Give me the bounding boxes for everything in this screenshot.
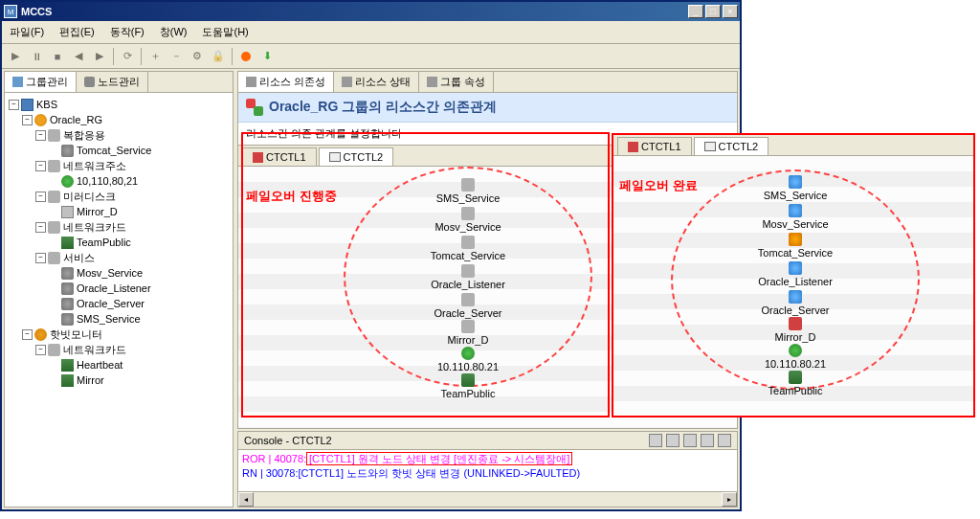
menu-edit[interactable]: 편집(E) — [56, 23, 99, 41]
card-icon — [61, 359, 74, 372]
prev-icon[interactable]: ◀ — [69, 47, 88, 66]
service-icon — [61, 267, 74, 280]
collapse-icon[interactable]: − — [35, 253, 46, 263]
refresh-icon[interactable]: ⟳ — [118, 47, 137, 66]
online-icon[interactable]: ⬇ — [257, 47, 277, 66]
console-body[interactable]: ROR | 40078:[CTCTL1] 원격 노드 상태 변경 [엔진종료 -… — [238, 450, 737, 491]
minimize-button[interactable]: _ — [688, 5, 703, 18]
overlay-canvas[interactable]: 페일오버 완료 SMS_Service Mosv_Service Tomcat_… — [613, 156, 973, 416]
res-ip[interactable]: 10.110.80.21 — [738, 344, 853, 370]
res-tomcat[interactable]: Tomcat_Service — [411, 236, 525, 261]
toolbar-separator — [232, 48, 233, 65]
tab-node-mgmt[interactable]: 노드관리 — [77, 72, 148, 92]
console-close-icon[interactable] — [718, 434, 731, 447]
collapse-icon[interactable]: − — [35, 345, 46, 355]
tab-dependency[interactable]: 리소스 의존성 — [238, 72, 334, 92]
scroll-track[interactable] — [254, 492, 722, 507]
res-tomcat[interactable]: Tomcat_Service — [738, 233, 853, 259]
service-icon — [461, 293, 475, 306]
tab-ctctl1[interactable]: CTCTL1 — [617, 137, 692, 155]
tree-teampublic[interactable]: TeamPublic — [9, 235, 229, 250]
menu-file[interactable]: 파일(F) — [6, 23, 48, 41]
close-button[interactable]: × — [723, 5, 738, 18]
play-icon[interactable]: ▶ — [6, 47, 25, 66]
next-icon[interactable]: ▶ — [90, 47, 109, 66]
tree-view[interactable]: −KBS −Oracle_RG −복합응용 Tomcat_Service −네트… — [5, 93, 233, 507]
res-sms[interactable]: SMS_Service — [411, 178, 525, 204]
folder-icon — [48, 221, 60, 234]
tree-netcard2[interactable]: −네트워크카드 — [9, 342, 229, 357]
tree-netaddr[interactable]: −네트워크주소 — [9, 158, 229, 173]
tree-netcard[interactable]: −네트워크카드 — [9, 219, 229, 235]
tree-heartbeat-mon[interactable]: −핫빗모니터 — [9, 327, 229, 342]
res-mirror-d[interactable]: Mirror_D — [738, 317, 853, 343]
scroll-left-icon[interactable]: ◂ — [238, 492, 254, 507]
lock-icon[interactable]: 🔒 — [209, 47, 228, 66]
res-teampublic[interactable]: TeamPublic — [738, 371, 853, 396]
tree-ip[interactable]: 10,110,80,21 — [9, 173, 229, 189]
collapse-icon[interactable]: − — [35, 222, 46, 233]
console-save-icon[interactable] — [683, 434, 697, 447]
res-sms[interactable]: SMS_Service — [738, 175, 853, 201]
tree-root[interactable]: −KBS — [9, 97, 229, 112]
console-copy-icon[interactable] — [666, 434, 679, 447]
app-icon: M — [4, 5, 17, 18]
console-pin-icon[interactable] — [701, 434, 714, 447]
collapse-icon[interactable]: − — [9, 100, 19, 110]
tree-mosv[interactable]: Mosv_Service — [9, 265, 229, 281]
console-clear-icon[interactable] — [649, 434, 662, 447]
left-panel: 그룹관리 노드관리 −KBS −Oracle_RG −복합응용 Tomcat_S… — [4, 71, 234, 508]
console-scrollbar[interactable]: ◂ ▸ — [238, 491, 737, 507]
menu-action[interactable]: 동작(F) — [106, 23, 148, 41]
tab-ctctl1[interactable]: CTCTL1 — [242, 147, 317, 166]
tree-tomcat[interactable]: Tomcat_Service — [9, 143, 229, 158]
resource-tabs: 리소스 의존성 리소스 상태 그룹 속성 — [238, 72, 737, 93]
res-mirror-d[interactable]: Mirror_D — [411, 320, 525, 346]
service-icon — [61, 282, 74, 295]
tree-oracleserver[interactable]: Oracle_Server — [9, 296, 229, 311]
collapse-icon[interactable]: − — [22, 329, 33, 340]
node-online-icon — [704, 142, 716, 151]
tree-mirror[interactable]: Mirror — [9, 372, 229, 388]
res-oracleserver[interactable]: Oracle_Server — [738, 290, 853, 316]
tree-sms[interactable]: SMS_Service — [9, 311, 229, 327]
remove-icon[interactable]: － — [167, 47, 186, 66]
res-oracleserver[interactable]: Oracle_Server — [411, 293, 525, 319]
tree-mirror-d[interactable]: Mirror_D — [9, 204, 229, 219]
stop-icon[interactable]: ■ — [48, 47, 67, 66]
tab-group-mgmt[interactable]: 그룹관리 — [5, 72, 77, 92]
tree-composite[interactable]: −복합응용 — [9, 127, 229, 143]
tree-listener[interactable]: Oracle_Listener — [9, 281, 229, 296]
config-icon[interactable]: ⚙ — [188, 47, 207, 66]
pause-icon[interactable]: ⏸ — [27, 47, 46, 66]
menu-window[interactable]: 창(W) — [156, 23, 191, 41]
res-mosv[interactable]: Mosv_Service — [738, 204, 853, 230]
collapse-icon[interactable]: − — [22, 115, 33, 125]
tree-mirrordisk[interactable]: −미러디스크 — [9, 189, 229, 204]
collapse-icon[interactable]: − — [35, 192, 46, 202]
collapse-icon[interactable]: − — [35, 161, 46, 171]
tab-ctctl2[interactable]: CTCTL2 — [694, 137, 769, 155]
maximize-button[interactable]: □ — [705, 5, 721, 18]
tab-state[interactable]: 리소스 상태 — [334, 72, 419, 92]
tree-heartbeat[interactable]: Heartbeat — [9, 357, 229, 372]
add-icon[interactable]: ＋ — [145, 47, 165, 66]
node-offline-icon — [628, 142, 638, 152]
res-teampublic[interactable]: TeamPublic — [411, 373, 525, 399]
tree-service[interactable]: −서비스 — [9, 250, 229, 265]
tab-ctctl2[interactable]: CTCTL2 — [319, 147, 394, 166]
collapse-icon[interactable]: − — [35, 130, 46, 141]
record-icon[interactable] — [236, 47, 256, 66]
menu-help[interactable]: 도움말(H) — [198, 23, 252, 41]
tree-oracle-rg[interactable]: −Oracle_RG — [9, 112, 229, 127]
state-icon — [342, 77, 352, 87]
res-listener[interactable]: Oracle_Listener — [738, 261, 853, 287]
tab-props[interactable]: 그룹 속성 — [419, 72, 494, 92]
res-ip[interactable]: 10.110.80.21 — [411, 347, 525, 372]
card-icon — [61, 237, 74, 249]
res-listener[interactable]: Oracle_Listener — [411, 264, 525, 290]
scroll-right-icon[interactable]: ▸ — [722, 492, 737, 507]
toolbar-separator — [113, 48, 114, 65]
res-mosv[interactable]: Mosv_Service — [411, 207, 525, 233]
grid-icon — [12, 77, 23, 87]
